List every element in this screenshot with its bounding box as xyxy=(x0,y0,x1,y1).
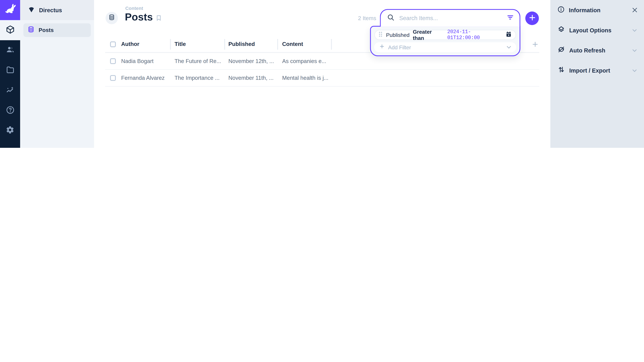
sidebar-section-label: Information xyxy=(569,7,627,13)
module-settings[interactable] xyxy=(0,121,20,141)
column-header-content[interactable]: Content xyxy=(282,41,303,47)
nav-item-posts[interactable]: Posts xyxy=(24,23,91,37)
chevron-down-icon[interactable] xyxy=(631,26,638,34)
cell-content: Mental health is j... xyxy=(282,75,328,81)
column-resize-handle[interactable] xyxy=(331,39,332,50)
filter-dropdown: Published Greater than 2024-11-01T12:00:… xyxy=(370,26,520,56)
filter-rule-chip[interactable]: Published Greater than 2024-11-01T12:00:… xyxy=(374,29,516,40)
main-content: Content Posts 2 Items xyxy=(94,0,550,148)
plus-icon xyxy=(528,13,536,23)
add-filter-button[interactable]: Add Filter xyxy=(374,42,516,52)
people-icon xyxy=(6,45,14,56)
nav-sidebar: Directus Posts xyxy=(20,0,94,148)
chevron-down-icon[interactable] xyxy=(631,67,638,74)
close-icon[interactable] xyxy=(631,6,638,13)
directus-logo-button[interactable] xyxy=(0,0,20,20)
bookmark-button[interactable] xyxy=(155,14,162,23)
column-resize-handle[interactable] xyxy=(277,39,278,50)
cube-icon xyxy=(6,25,14,35)
drag-handle-icon[interactable] xyxy=(378,31,383,39)
collection-icon-circle xyxy=(106,12,118,24)
row-checkbox[interactable] xyxy=(110,75,116,81)
filter-value[interactable]: 2024-11-01T12:00:00 xyxy=(447,29,502,41)
rabbit-logo-icon xyxy=(4,3,16,17)
cell-author: Fernanda Alvarez xyxy=(121,75,164,81)
module-content[interactable] xyxy=(0,20,20,40)
row-checkbox[interactable] xyxy=(110,58,116,64)
column-resize-handle[interactable] xyxy=(170,39,171,50)
import-export-icon xyxy=(557,66,565,75)
folder-icon xyxy=(6,65,14,76)
module-bar xyxy=(0,0,20,148)
module-files[interactable] xyxy=(0,60,20,80)
sidebar-section-auto-refresh[interactable]: Auto Refresh xyxy=(550,40,644,60)
column-header-author[interactable]: Author xyxy=(121,41,139,47)
help-icon xyxy=(6,105,14,116)
right-sidebar: Information Layout Options xyxy=(550,0,644,148)
cell-published: November 11th, ... xyxy=(228,75,274,81)
cell-author: Nadia Bogart xyxy=(121,58,154,64)
cell-content: As companies e... xyxy=(282,58,326,64)
sidebar-section-label: Import / Export xyxy=(569,67,627,73)
nav-item-label: Posts xyxy=(38,27,54,33)
project-wedge-icon xyxy=(28,5,36,15)
module-insights[interactable] xyxy=(0,80,20,100)
info-icon xyxy=(557,5,565,14)
add-column-button[interactable] xyxy=(532,40,539,48)
plus-icon xyxy=(379,43,385,51)
sidebar-section-label: Auto Refresh xyxy=(569,47,627,53)
filter-toggle-button[interactable] xyxy=(506,13,514,23)
page-title: Posts xyxy=(125,11,153,23)
breadcrumb[interactable]: Content xyxy=(125,6,143,10)
project-header[interactable]: Directus xyxy=(20,0,94,20)
sidebar-section-layout-options[interactable]: Layout Options xyxy=(550,20,644,40)
chevron-down-icon[interactable] xyxy=(505,43,512,53)
search-input[interactable] xyxy=(398,14,503,22)
bookmark-icon xyxy=(155,14,162,23)
cell-published: November 12th, ... xyxy=(228,58,274,64)
column-header-published[interactable]: Published xyxy=(228,41,255,47)
gear-icon xyxy=(6,125,14,136)
insights-icon xyxy=(6,85,14,96)
sync-disabled-icon xyxy=(557,45,565,55)
table-row[interactable]: Fernanda Alvarez The Importance ... Nove… xyxy=(105,70,539,86)
cell-title: The Future of Re... xyxy=(174,58,221,64)
directus-app: Directus Posts Content xyxy=(0,0,644,148)
select-all-checkbox[interactable] xyxy=(110,41,116,47)
filter-field[interactable]: Published xyxy=(386,32,410,38)
search-icon xyxy=(387,13,395,23)
module-help[interactable] xyxy=(0,100,20,121)
column-header-title[interactable]: Title xyxy=(174,41,186,47)
layers-icon xyxy=(557,25,565,35)
database-icon xyxy=(108,14,115,22)
column-resize-handle[interactable] xyxy=(224,39,225,50)
sidebar-section-label: Layout Options xyxy=(569,27,627,33)
add-filter-label: Add Filter xyxy=(388,44,411,50)
calendar-icon[interactable] xyxy=(506,31,512,39)
filter-list-icon xyxy=(506,13,514,23)
add-item-button[interactable] xyxy=(525,11,539,25)
module-users[interactable] xyxy=(0,40,20,60)
database-icon xyxy=(28,26,34,34)
project-name: Directus xyxy=(39,7,62,13)
search-bar xyxy=(380,9,520,27)
sidebar-section-information[interactable]: Information xyxy=(550,0,644,20)
sidebar-section-import-export[interactable]: Import / Export xyxy=(550,60,644,80)
filter-operator[interactable]: Greater than xyxy=(413,29,444,41)
cell-title: The Importance ... xyxy=(174,75,220,81)
search-filter-panel: Published Greater than 2024-11-01T12:00:… xyxy=(370,9,520,56)
chevron-down-icon[interactable] xyxy=(631,46,638,54)
